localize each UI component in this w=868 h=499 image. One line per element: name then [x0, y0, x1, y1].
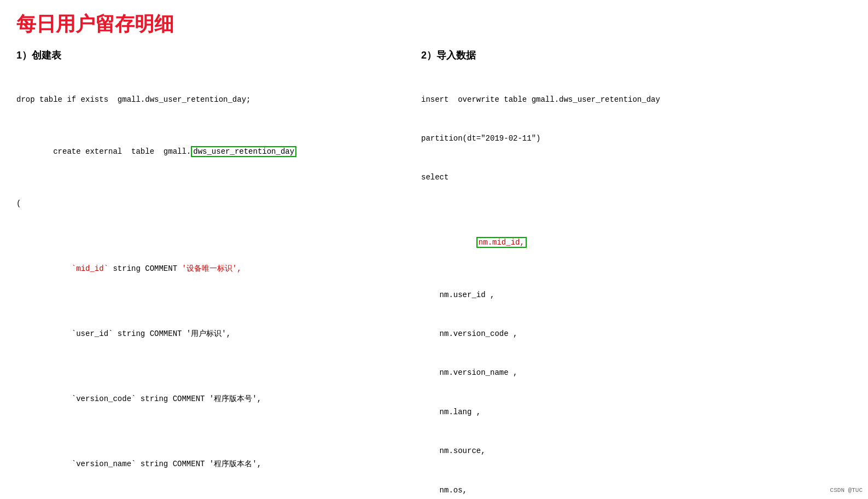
field-version_name: `version_name` string COMMENT '程序版本名', [16, 445, 399, 484]
watermark: CSDN @TUC [830, 487, 863, 494]
insert-line: insert overwrite table gmall.dws_user_re… [421, 94, 852, 107]
r-field-os: nm.os, [421, 484, 852, 497]
select-line: select [421, 171, 852, 184]
left-panel: 1）创建表 drop table if exists gmall.dws_use… [16, 49, 399, 499]
r-field-source: nm.source, [421, 445, 852, 458]
code-line-2: create external table gmall.dws_user_ret… [16, 132, 399, 171]
right-section-title: 2）导入数据 [421, 49, 852, 62]
field-mid_id: `mid_id` string COMMENT '设备唯一标识', [16, 250, 399, 288]
right-code-block: insert overwrite table gmall.dws_user_re… [421, 67, 852, 499]
r-field-mid_id: nm.mid_id, [421, 224, 852, 263]
left-code-block: drop table if exists gmall.dws_user_rete… [16, 67, 399, 499]
code-line-3: ( [16, 198, 399, 211]
field-version_code: `version_code` string COMMENT '程序版本号', [16, 380, 399, 419]
left-section-title: 1）创建表 [16, 49, 399, 62]
r-field-lang: nm.lang , [421, 406, 852, 419]
code-line-1: drop table if exists gmall.dws_user_rete… [16, 94, 399, 107]
table-name-highlight: dws_user_retention_day [191, 146, 296, 157]
field-user_id: `user_id` string COMMENT '用户标识', [16, 315, 399, 353]
r-field-user_id: nm.user_id , [421, 289, 852, 302]
page-title: 每日用户留存明细 [16, 11, 852, 38]
r-field-version_code: nm.version_code , [421, 328, 852, 341]
r-field-version_name: nm.version_name , [421, 367, 852, 380]
right-panel: 2）导入数据 insert overwrite table gmall.dws_… [421, 49, 852, 499]
partition-line: partition(dt="2019-02-11") [421, 132, 852, 146]
